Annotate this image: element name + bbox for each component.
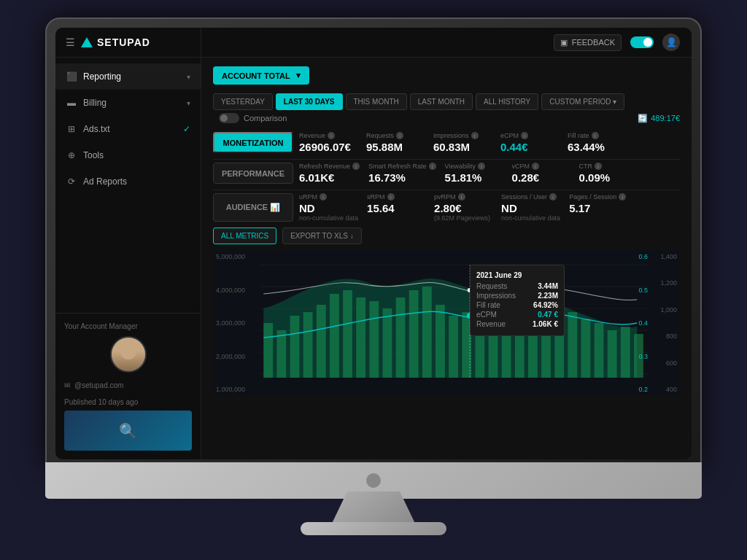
- tooltip-ecpm-label: eCPM: [476, 311, 497, 319]
- theme-toggle[interactable]: [630, 36, 654, 48]
- metric-revenue: Revenue i 26906.07€: [299, 132, 357, 153]
- ecpm-info-icon[interactable]: i: [521, 132, 528, 139]
- su-sub: non-cumulative data: [501, 214, 560, 222]
- tooltip-row-requests: Requests 3.44M: [476, 282, 558, 290]
- chevron-down-icon-billing: ▾: [187, 99, 190, 107]
- ctr-label: CTR i: [579, 163, 638, 170]
- y-label-2m: 2,000,000: [216, 353, 245, 360]
- divider-1: [213, 159, 680, 160]
- reporting-label: Reporting: [83, 71, 181, 82]
- urpm-label: uRPM i: [299, 193, 358, 201]
- fillrate-label: Fill rate i: [568, 132, 626, 139]
- tooltip-requests-value: 3.44M: [538, 282, 558, 290]
- account-email: @setupad.com: [74, 381, 123, 389]
- date-btn-allhistory[interactable]: ALL HISTORY: [476, 93, 538, 110]
- requests-info-icon[interactable]: i: [396, 132, 403, 139]
- ctr-info-icon[interactable]: i: [595, 163, 602, 170]
- audience-button[interactable]: AUDIENCE 📊: [213, 193, 293, 222]
- thumbnail-image: [64, 411, 192, 451]
- metric-refresh-revenue: Refresh Revenue i 6.01K€: [299, 163, 360, 184]
- impressions-value: 60.83M: [433, 141, 492, 153]
- date-btn-custom[interactable]: CUSTOM PERIOD ▾: [541, 93, 624, 110]
- sidebar-item-reporting[interactable]: ⬛ Reporting ▾: [55, 63, 201, 90]
- v-info-icon[interactable]: i: [478, 163, 485, 170]
- tooltip-fillrate-label: Fill rate: [476, 301, 500, 309]
- rev-y-600: 600: [660, 359, 677, 367]
- date-filter-bar: YESTERDAY LAST 30 DAYS THIS MONTH LAST M…: [213, 93, 680, 123]
- requests-label: Requests i: [366, 132, 425, 139]
- monitor-wrapper: ☰ SETUPAD ⬛ Reporting ▾: [45, 18, 702, 542]
- published-info: Published 10 days ago: [64, 398, 192, 406]
- pvrpm-info-icon[interactable]: i: [458, 193, 465, 201]
- urpm-info-icon[interactable]: i: [320, 193, 327, 201]
- metric-pvrpm: pvRPM i 2.80€ (9.62M Pageviews): [434, 193, 492, 222]
- chart-controls: ALL METRICS EXPORT TO XLS ↓: [213, 228, 680, 244]
- monetization-metrics: Revenue i 26906.07€ Requests i: [299, 132, 680, 153]
- metric-srpm: sRPM i 15.64: [367, 193, 425, 222]
- ad-reports-label: Ad Reports: [83, 176, 190, 187]
- impressions-info-icon[interactable]: i: [471, 132, 479, 139]
- feedback-button[interactable]: ▣ FEEDBACK: [554, 34, 622, 51]
- date-btn-lastmonth[interactable]: LAST MONTH: [410, 93, 473, 110]
- y-axis-revenue: 1,400 1,200 1,000 800 600 400: [657, 250, 680, 396]
- sidebar-item-billing[interactable]: ▬ Billing ▾: [55, 90, 201, 116]
- all-metrics-button[interactable]: ALL METRICS: [213, 228, 276, 244]
- menu-icon[interactable]: ☰: [66, 36, 75, 48]
- dashboard: ACCOUNT TOTAL ▾ YESTERDAY LAST 30 DAYS T…: [201, 58, 692, 459]
- metric-fillrate: Fill rate i 63.44%: [568, 132, 626, 153]
- viewability-value: 51.81%: [445, 171, 503, 184]
- top-bar: ▣ FEEDBACK 👤: [201, 28, 692, 58]
- y-label-1m: 1,000,000: [216, 386, 245, 393]
- avatar: [110, 336, 147, 373]
- dropdown-icon: ▾: [296, 71, 301, 80]
- rev-y-400: 400: [660, 386, 677, 393]
- user-menu-button[interactable]: 👤: [662, 34, 680, 51]
- sidebar-item-ads-txt[interactable]: ⊞ Ads.txt ✓: [55, 116, 201, 142]
- tooltip-row-fillrate: Fill rate 64.92%: [476, 301, 558, 309]
- chart-container: 5,000,000 4,000,000 3,000,000 2,000,000 …: [213, 250, 680, 396]
- account-selector-button[interactable]: ACCOUNT TOTAL ▾: [213, 66, 309, 85]
- chevron-down-icon: ▾: [187, 73, 190, 81]
- y-axis-left: 5,000,000 4,000,000 3,000,000 2,000,000 …: [213, 250, 248, 396]
- performance-section: PERFORMANCE Refresh Revenue i 6.01K€: [213, 163, 680, 184]
- tooltip-impressions-value: 2.23M: [538, 292, 558, 300]
- srr-value: 16.73%: [368, 171, 436, 184]
- rr-info-icon[interactable]: i: [352, 163, 360, 170]
- comparison-label: Comparison: [244, 114, 287, 122]
- srr-info-icon[interactable]: i: [429, 163, 436, 170]
- sidebar-item-ad-reports[interactable]: ⟳ Ad Reports: [55, 168, 201, 195]
- metric-urpm: uRPM i ND non-cumulative data: [299, 193, 358, 222]
- tooltip-revenue-value: 1.06K €: [533, 320, 558, 328]
- date-btn-thismonth[interactable]: THIS MONTH: [346, 93, 407, 110]
- fillrate-value: 63.44%: [568, 141, 626, 153]
- fillrate-info-icon[interactable]: i: [592, 132, 599, 139]
- tools-label: Tools: [83, 150, 190, 160]
- user-icon: 👤: [666, 37, 677, 47]
- sidebar-item-tools[interactable]: ⊕ Tools: [55, 142, 201, 168]
- pvrpm-label: pvRPM i: [434, 193, 492, 201]
- tooltip-revenue-label: Revenue: [476, 320, 506, 328]
- srpm-info-icon[interactable]: i: [387, 193, 395, 201]
- date-btn-yesterday[interactable]: YESTERDAY: [213, 93, 273, 110]
- logo-area: SETUPAD: [81, 36, 150, 48]
- performance-button[interactable]: PERFORMANCE: [213, 163, 293, 184]
- date-btn-last30[interactable]: LAST 30 DAYS: [276, 93, 343, 110]
- rev-y-1400: 1,400: [660, 253, 677, 260]
- tooltip-date: 2021 June 29: [476, 271, 558, 279]
- logo-icon: [81, 37, 93, 47]
- ecpm-y-03: 0.3: [638, 353, 648, 360]
- account-manager-title: Your Account Manager: [64, 322, 192, 330]
- ps-info-icon[interactable]: i: [619, 193, 626, 201]
- y-label-4m: 4,000,000: [216, 287, 245, 294]
- vcpm-value: 0.28€: [512, 171, 570, 184]
- sidebar: ☰ SETUPAD ⬛ Reporting ▾: [55, 28, 201, 459]
- vcpm-info-icon[interactable]: i: [532, 163, 539, 170]
- su-info-icon[interactable]: i: [549, 193, 557, 201]
- main-content: ▣ FEEDBACK 👤 ACCOUNT TOTAL ▾: [201, 28, 692, 459]
- export-button[interactable]: EXPORT TO XLS ↓: [282, 228, 362, 244]
- comparison-toggle-switch[interactable]: [219, 113, 239, 123]
- ctr-value: 0.09%: [579, 171, 638, 184]
- tools-icon: ⊕: [66, 149, 77, 161]
- monetization-button[interactable]: MONETIZATION: [213, 132, 293, 153]
- revenue-info-icon[interactable]: i: [328, 132, 335, 139]
